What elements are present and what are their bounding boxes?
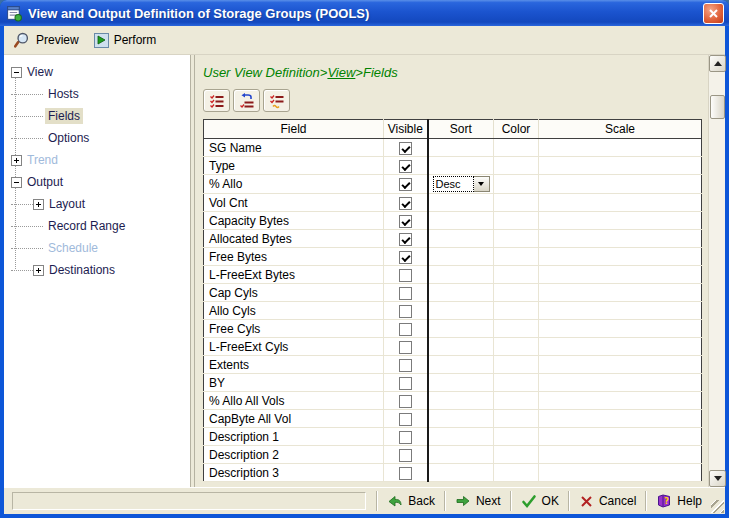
visible-checkbox[interactable] (399, 467, 412, 480)
column-header-sort: Sort (428, 120, 494, 139)
arrow-up-icon (714, 61, 722, 66)
color-cell (494, 157, 539, 175)
table-row: L-FreeExt Cyls (204, 338, 702, 356)
sort-cell (428, 446, 494, 464)
checklist-button[interactable] (203, 89, 230, 112)
visible-checkbox[interactable] (399, 233, 412, 246)
table-row: % Allo Desc (204, 175, 702, 194)
visible-cell (384, 302, 428, 320)
tree-expander-icon[interactable] (11, 177, 22, 188)
footer-separator (568, 491, 570, 511)
tree-expander-icon[interactable] (33, 199, 44, 210)
table-row: Allo Cyls (204, 302, 702, 320)
tree-connector (11, 226, 43, 227)
scrollbar-thumb[interactable] (710, 95, 725, 119)
visible-checkbox[interactable] (399, 341, 412, 354)
ok-label: OK (542, 494, 559, 508)
visible-checkbox[interactable] (399, 251, 412, 264)
table-header-row: Field Visible Sort Color Scale (204, 120, 702, 139)
magnifier-icon (14, 32, 31, 49)
visible-checkbox[interactable] (399, 431, 412, 444)
color-cell (494, 356, 539, 374)
tree-expander-icon[interactable] (11, 67, 22, 78)
breadcrumb-view-link[interactable]: View (327, 65, 355, 80)
content-area: View Hosts Fields Options Trend Output L… (4, 55, 725, 487)
tree-item-options[interactable]: Options (4, 127, 190, 149)
undo-checklist-button[interactable] (233, 89, 260, 112)
table-row: Free Bytes (204, 248, 702, 266)
visible-checkbox[interactable] (399, 359, 412, 372)
tree: View Hosts Fields Options Trend Output L… (4, 61, 190, 281)
tree-connector (11, 94, 43, 95)
visible-checkbox[interactable] (399, 287, 412, 300)
cancel-button[interactable]: Cancel (572, 492, 643, 511)
scale-cell (539, 230, 702, 248)
tree-expander-icon[interactable] (11, 155, 22, 166)
field-name-cell: Vol Cnt (204, 194, 384, 212)
tree-connector (11, 116, 43, 117)
tree-item-output[interactable]: Output (4, 171, 190, 193)
perform-button[interactable]: Perform (90, 30, 164, 51)
fields-panel: User View Definition>View>Fields (195, 55, 708, 487)
footer-bar: Back Next OK Cancel (4, 487, 725, 514)
scroll-up-button[interactable] (709, 55, 726, 72)
field-name-cell: Type (204, 157, 384, 175)
vertical-scrollbar[interactable] (708, 55, 725, 487)
tree-expander-icon[interactable] (33, 265, 44, 276)
visible-checkbox[interactable] (399, 413, 412, 426)
table-row: BY (204, 374, 702, 392)
sort-cell (428, 266, 494, 284)
resize-grip[interactable] (711, 500, 724, 513)
color-cell (494, 194, 539, 212)
tree-item-schedule[interactable]: Schedule (4, 237, 190, 259)
tree-item-layout[interactable]: Layout (4, 193, 190, 215)
tree-item-view[interactable]: View (4, 61, 190, 83)
next-button[interactable]: Next (448, 491, 508, 511)
close-button[interactable] (703, 3, 724, 24)
preview-button[interactable]: Preview (10, 29, 86, 52)
visible-cell (384, 157, 428, 175)
dropdown-button[interactable] (474, 176, 490, 192)
color-cell (494, 212, 539, 230)
visible-cell (384, 338, 428, 356)
back-label: Back (408, 494, 435, 508)
tree-item-trend[interactable]: Trend (4, 149, 190, 171)
tree-item-fields[interactable]: Fields (4, 105, 190, 127)
table-row: Type (204, 157, 702, 175)
sort-cell (428, 428, 494, 446)
checklist-default-button[interactable] (263, 89, 290, 112)
tree-item-record-range[interactable]: Record Range (4, 215, 190, 237)
sort-cell (428, 320, 494, 338)
visible-cell (384, 410, 428, 428)
visible-checkbox[interactable] (399, 449, 412, 462)
visible-cell (384, 428, 428, 446)
tree-item-destinations[interactable]: Destinations (4, 259, 190, 281)
visible-checkbox[interactable] (399, 160, 412, 173)
visible-checkbox[interactable] (399, 305, 412, 318)
visible-checkbox[interactable] (399, 178, 412, 191)
visible-checkbox[interactable] (399, 215, 412, 228)
visible-checkbox[interactable] (399, 269, 412, 282)
help-label: Help (677, 494, 702, 508)
visible-cell (384, 248, 428, 266)
back-button[interactable]: Back (380, 491, 442, 511)
field-name-cell: Free Bytes (204, 248, 384, 266)
scale-cell (539, 464, 702, 482)
visible-checkbox[interactable] (399, 197, 412, 210)
visible-checkbox[interactable] (399, 142, 412, 155)
visible-checkbox[interactable] (399, 395, 412, 408)
ok-button[interactable]: OK (514, 491, 566, 511)
tree-item-hosts[interactable]: Hosts (4, 83, 190, 105)
visible-checkbox[interactable] (399, 377, 412, 390)
tree-item-label: Trend (24, 152, 61, 168)
table-row: Cap Cyls (204, 284, 702, 302)
column-header-field: Field (204, 120, 384, 139)
visible-cell (384, 194, 428, 212)
arrow-down-icon (714, 476, 722, 481)
visible-checkbox[interactable] (399, 323, 412, 336)
sort-dropdown[interactable]: Desc (433, 176, 490, 192)
field-name-cell: CapByte All Vol (204, 410, 384, 428)
help-button[interactable]: ? Help (649, 491, 709, 511)
table-row: Description 2 (204, 446, 702, 464)
scroll-down-button[interactable] (709, 470, 726, 487)
